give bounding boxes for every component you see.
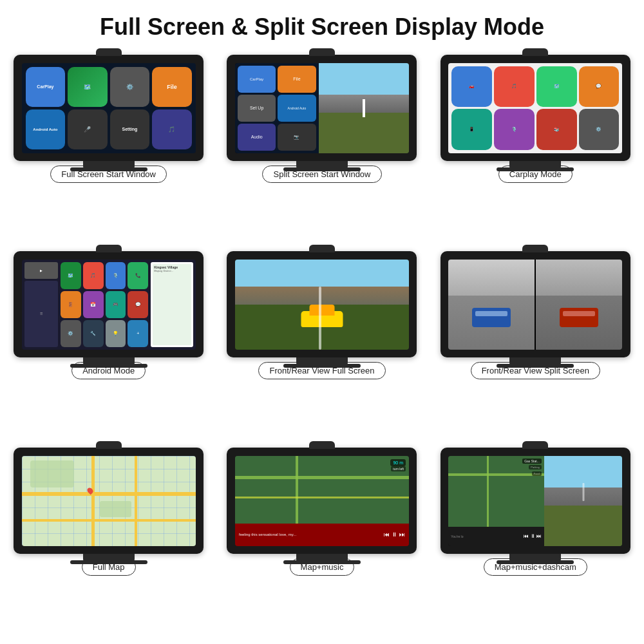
car-blue-split (472, 308, 511, 327)
camera-bump-4 (96, 245, 122, 252)
cell-carplay-mode: 🚗 🎵 🗺️ 💬 📱 🎙️ 📚 ⚙️ Carplay Mode (433, 55, 638, 245)
cell-map-music: 90 m turn left feeling this sensational … (220, 448, 424, 638)
android-info-detail: Majang District... (154, 269, 190, 272)
screen-front-rear-split (448, 260, 622, 350)
cell-full-screen-start: CarPlay 🗺️ ⚙️ File Android Auto 🎤 Settin… (6, 55, 211, 245)
road-line-2 (363, 99, 365, 117)
map-road-h2 (22, 519, 196, 522)
map-road-v-main (91, 456, 95, 546)
rear-cam-view (536, 260, 622, 350)
front-cam-scene (448, 260, 535, 350)
android-app-grid: 🗺️ 🎵 🎙️ 📞 🚪 📅 🎮 💬 ⚙️ 🔧 💡 + (61, 262, 148, 347)
next-btn-9[interactable]: ⏭ (536, 533, 542, 539)
road-scene-2 (319, 63, 409, 153)
cell-map-music-dashcam: Gas Stat... Parking Food You're lo ⏮ ⏸ ⏭ (433, 448, 638, 638)
split-audio: Audio (238, 124, 276, 151)
left-panel-9: Gas Stat... Parking Food You're lo ⏮ ⏸ ⏭ (448, 456, 544, 546)
nav-parking-9: Parking (529, 465, 542, 469)
android-sidebar-item-1: ▶ (24, 262, 58, 279)
screen-map-music-dashcam: Gas Stat... Parking Food You're lo ⏮ ⏸ ⏭ (448, 456, 622, 546)
map-section-9: Gas Stat... Parking Food (448, 456, 544, 527)
split-android: Android Auto (278, 95, 316, 122)
ad-podcasts: 🎙️ (106, 262, 126, 289)
ad-maps: 🗺️ (61, 262, 81, 289)
cp-audiobooks: 📚 (536, 109, 577, 150)
ad-games: 🎮 (106, 291, 126, 318)
stand-8 (296, 554, 348, 562)
screen-split-screen-start: CarPlay File Set Up Android Auto Audio 📷 (235, 63, 409, 153)
camera-bump-6 (522, 245, 548, 252)
map-h-road-8 (235, 476, 409, 479)
device-map-music: 90 m turn left feeling this sensational … (227, 448, 417, 554)
dashcam-road-line-9 (582, 483, 584, 501)
page-title: Full Screen & Split Screen Display Mode (100, 13, 544, 41)
split-carplay: CarPlay (238, 66, 276, 93)
screen-carplay-mode: 🚗 🎵 🗺️ 💬 📱 🎙️ 📚 ⚙️ (448, 63, 622, 153)
app-maps: 🗺️ (68, 67, 108, 107)
map-bg-8 (235, 456, 409, 524)
dashcam-scene-full (235, 260, 409, 350)
android-sidebar: ▶ ☰ (24, 262, 58, 347)
stand-7 (83, 554, 135, 562)
rear-cam-scene (536, 260, 622, 350)
display-modes-grid: CarPlay 🗺️ ⚙️ File Android Auto 🎤 Settin… (6, 55, 638, 638)
cp-settings: ⚙️ (579, 109, 620, 150)
play-btn-9[interactable]: ⏸ (530, 533, 535, 539)
screen-full-screen-start: CarPlay 🗺️ ⚙️ File Android Auto 🎤 Settin… (22, 63, 196, 153)
camera-bump-3 (522, 48, 548, 56)
music-controls: ⏮ ⏸ ⏭ (384, 531, 405, 538)
ad-settings2: 🔧 (83, 320, 104, 347)
device-carplay-mode: 🚗 🎵 🗺️ 💬 📱 🎙️ 📚 ⚙️ (440, 55, 630, 161)
map-h-road-8b (235, 497, 409, 498)
car-red-split (560, 308, 598, 327)
camera-bump-7 (96, 441, 122, 449)
cell-front-rear-full: Front/Rear View Full Screen (220, 251, 424, 441)
map-park-1 (30, 460, 74, 488)
camera-bump-8 (309, 441, 335, 449)
prev-btn-9[interactable]: ⏮ (524, 533, 529, 539)
split-dashcam: 📷 (278, 124, 316, 151)
play-btn[interactable]: ⏸ (392, 531, 397, 538)
camera-bump-2 (309, 48, 335, 56)
cp-maps: 🗺️ (536, 66, 577, 108)
app-android-auto: Android Auto (26, 109, 66, 149)
app-audio: 🎵 (152, 109, 192, 149)
road-center-line (319, 287, 321, 350)
stand-1 (83, 161, 135, 169)
stand-6 (509, 357, 561, 365)
cell-split-screen-start: CarPlay File Set Up Android Auto Audio 📷 (220, 55, 424, 245)
map-v-road-8 (296, 456, 298, 524)
bottom-music-bar-9: You're lo ⏮ ⏸ ⏭ (448, 527, 544, 546)
car-yellow-full (301, 305, 343, 327)
device-android-mode: ▶ ☰ 🗺️ 🎵 🎙️ 📞 🚪 📅 🎮 💬 ⚙️ 🔧 (14, 251, 204, 357)
car-blue-body (472, 308, 511, 327)
ad-smart: 💡 (106, 320, 126, 347)
android-sidebar-item-2: ☰ (24, 281, 58, 347)
ad-phone: 📞 (128, 262, 148, 289)
nav-distance: 90 m (390, 459, 406, 466)
cp-messages: 💬 (579, 66, 620, 108)
screen-map-music: 90 m turn left feeling this sensational … (235, 456, 409, 546)
ad-calendar: 📅 (83, 291, 104, 318)
map-road-h-main (22, 492, 196, 496)
music-text: feeling this sensational love, my... (239, 533, 381, 536)
stand-2 (296, 161, 348, 169)
next-btn[interactable]: ⏭ (399, 531, 405, 538)
nav-direction: turn left (391, 466, 406, 471)
map-road-v2 (135, 456, 137, 546)
cp-carplay: 🚗 (451, 66, 492, 108)
cp-podcasts: 🎙️ (494, 109, 535, 150)
app-carplay: CarPlay (26, 67, 66, 107)
cp-music: 🎵 (494, 66, 535, 108)
map-park-2 (100, 501, 131, 517)
nav-food-9: Food (532, 471, 542, 476)
android-info-content: Kingsec Village Majang District... (153, 264, 191, 345)
stand-9 (509, 554, 561, 562)
cp-phone: 📱 (451, 109, 492, 150)
screen-android-mode: ▶ ☰ 🗺️ 🎵 🎙️ 📞 🚪 📅 🎮 💬 ⚙️ 🔧 (22, 260, 196, 350)
app-setting2: Setting (110, 109, 150, 149)
app-file: File (152, 67, 192, 107)
split-right-road (319, 63, 409, 153)
prev-btn[interactable]: ⏮ (384, 531, 390, 538)
dashcam-scene-9 (544, 456, 623, 546)
